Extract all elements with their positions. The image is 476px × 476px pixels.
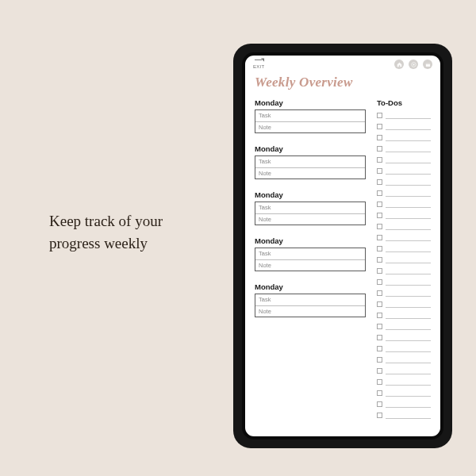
- day-box[interactable]: TaskNote: [255, 294, 366, 317]
- todo-line[interactable]: [386, 374, 431, 374]
- checkbox-icon[interactable]: [377, 257, 382, 263]
- checkbox-icon[interactable]: [377, 357, 382, 363]
- checkbox-icon[interactable]: [377, 290, 382, 296]
- todo-row[interactable]: [377, 398, 431, 409]
- checkbox-icon[interactable]: [377, 168, 382, 174]
- checkbox-icon[interactable]: [377, 401, 382, 407]
- todo-row[interactable]: [377, 276, 431, 287]
- todo-line[interactable]: [386, 363, 431, 363]
- checkbox-icon[interactable]: [377, 224, 382, 229]
- note-row[interactable]: Note: [255, 305, 365, 317]
- todo-line[interactable]: [386, 118, 431, 119]
- todo-line[interactable]: [386, 163, 431, 163]
- todo-line[interactable]: [386, 174, 431, 175]
- checkbox-icon[interactable]: [377, 346, 382, 351]
- todo-line[interactable]: [386, 385, 431, 386]
- checkbox-icon[interactable]: [377, 246, 382, 251]
- todo-row[interactable]: [377, 154, 431, 165]
- todo-row[interactable]: [377, 121, 431, 132]
- checkbox-icon[interactable]: [377, 368, 382, 374]
- todo-row[interactable]: [377, 176, 431, 187]
- task-row[interactable]: Task: [255, 156, 365, 167]
- todo-row[interactable]: [377, 376, 431, 387]
- todo-line[interactable]: [386, 296, 431, 297]
- home-icon[interactable]: [394, 60, 404, 69]
- checkbox-icon[interactable]: [377, 324, 382, 329]
- todo-line[interactable]: [386, 140, 431, 141]
- todo-line[interactable]: [386, 329, 431, 330]
- todo-line[interactable]: [386, 407, 431, 408]
- todo-row[interactable]: [377, 254, 431, 265]
- todo-row[interactable]: [377, 221, 431, 232]
- todo-line[interactable]: [386, 396, 431, 397]
- todo-line[interactable]: [386, 129, 431, 130]
- todo-row[interactable]: [377, 143, 431, 154]
- todo-line[interactable]: [386, 152, 431, 152]
- checkbox-icon[interactable]: [377, 279, 382, 285]
- todo-line[interactable]: [386, 307, 431, 308]
- todo-line[interactable]: [386, 240, 431, 241]
- checkbox-icon[interactable]: [377, 113, 382, 118]
- note-row[interactable]: Note: [255, 259, 365, 271]
- exit-button[interactable]: EXIT: [253, 60, 265, 69]
- todo-row[interactable]: [377, 332, 431, 343]
- todo-line[interactable]: [386, 196, 431, 197]
- todo-line[interactable]: [386, 185, 431, 186]
- checkbox-icon[interactable]: [377, 190, 382, 196]
- todo-row[interactable]: [377, 287, 431, 298]
- todo-line[interactable]: [386, 285, 431, 286]
- day-box[interactable]: TaskNote: [255, 109, 366, 133]
- checkbox-icon[interactable]: [377, 413, 382, 418]
- todo-row[interactable]: [377, 354, 431, 365]
- todo-row[interactable]: [377, 343, 431, 354]
- todo-row[interactable]: [377, 298, 431, 309]
- todo-line[interactable]: [386, 263, 431, 263]
- checkbox-icon[interactable]: [377, 268, 382, 274]
- task-row[interactable]: Task: [255, 202, 365, 213]
- checkbox-icon[interactable]: [377, 235, 382, 240]
- note-row[interactable]: Note: [255, 121, 365, 132]
- todo-row[interactable]: [377, 109, 431, 121]
- todo-row[interactable]: [377, 132, 431, 143]
- calendar-icon[interactable]: [423, 60, 432, 69]
- checkbox-icon[interactable]: [377, 202, 382, 207]
- todo-line[interactable]: [386, 229, 431, 230]
- target-icon[interactable]: [409, 60, 418, 69]
- note-row[interactable]: Note: [255, 213, 365, 225]
- todo-line[interactable]: [386, 274, 431, 274]
- todo-line[interactable]: [386, 251, 431, 252]
- todo-line[interactable]: [386, 218, 431, 219]
- checkbox-icon[interactable]: [377, 313, 382, 318]
- todo-row[interactable]: [377, 187, 431, 198]
- todo-row[interactable]: [377, 265, 431, 276]
- checkbox-icon[interactable]: [377, 124, 382, 129]
- todo-row[interactable]: [377, 387, 431, 398]
- todo-row[interactable]: [377, 365, 431, 376]
- day-box[interactable]: TaskNote: [255, 202, 366, 225]
- todo-row[interactable]: [377, 209, 431, 221]
- day-box[interactable]: TaskNote: [255, 155, 366, 179]
- todo-row[interactable]: [377, 409, 431, 420]
- todo-row[interactable]: [377, 309, 431, 321]
- checkbox-icon[interactable]: [377, 335, 382, 340]
- todo-row[interactable]: [377, 243, 431, 254]
- todo-line[interactable]: [386, 340, 431, 341]
- todo-line[interactable]: [386, 418, 431, 419]
- note-row[interactable]: Note: [255, 167, 365, 178]
- day-box[interactable]: TaskNote: [255, 248, 366, 271]
- checkbox-icon[interactable]: [377, 390, 382, 396]
- checkbox-icon[interactable]: [377, 135, 382, 140]
- task-row[interactable]: Task: [255, 248, 365, 259]
- task-row[interactable]: Task: [255, 110, 365, 121]
- todo-line[interactable]: [386, 207, 431, 208]
- task-row[interactable]: Task: [255, 294, 365, 305]
- checkbox-icon[interactable]: [377, 301, 382, 307]
- checkbox-icon[interactable]: [377, 379, 382, 385]
- checkbox-icon[interactable]: [377, 179, 382, 185]
- todo-line[interactable]: [386, 351, 431, 352]
- checkbox-icon[interactable]: [377, 146, 382, 152]
- checkbox-icon[interactable]: [377, 157, 382, 163]
- todo-line[interactable]: [386, 318, 431, 319]
- todo-row[interactable]: [377, 232, 431, 243]
- todo-row[interactable]: [377, 198, 431, 209]
